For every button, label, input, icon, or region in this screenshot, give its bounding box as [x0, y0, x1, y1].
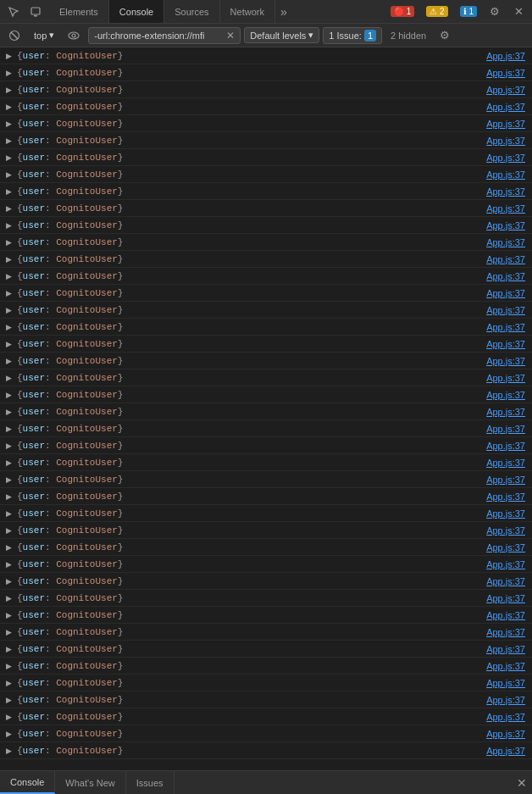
expand-icon[interactable]: ▶: [3, 458, 14, 468]
console-row-source[interactable]: App.js:37: [486, 525, 529, 536]
table-row[interactable]: ▶{user: CognitoUser}App.js:37: [0, 505, 532, 522]
console-row-source[interactable]: App.js:37: [486, 678, 529, 688]
expand-icon[interactable]: ▶: [3, 441, 14, 451]
expand-icon[interactable]: ▶: [3, 576, 14, 586]
expand-icon[interactable]: ▶: [3, 153, 14, 163]
table-row[interactable]: ▶{user: CognitoUser}App.js:37: [0, 675, 532, 691]
console-row-source[interactable]: App.js:37: [486, 559, 529, 569]
console-row-source[interactable]: App.js:37: [486, 712, 529, 722]
expand-icon[interactable]: ▶: [3, 68, 14, 78]
console-row-source[interactable]: App.js:37: [486, 153, 529, 163]
console-row-source[interactable]: App.js:37: [486, 136, 529, 146]
table-row[interactable]: ▶{user: CognitoUser}App.js:37: [0, 268, 532, 285]
console-row-source[interactable]: App.js:37: [486, 68, 529, 78]
url-filter-input[interactable]: -url:chrome-extension://mfi ✕: [88, 27, 241, 44]
expand-icon[interactable]: ▶: [3, 85, 14, 95]
table-row[interactable]: ▶{user: CognitoUser}App.js:37: [0, 742, 532, 759]
expand-icon[interactable]: ▶: [3, 746, 14, 756]
bottom-tab-console[interactable]: Console: [0, 771, 55, 794]
expand-icon[interactable]: ▶: [3, 695, 14, 705]
table-row[interactable]: ▶{user: CognitoUser}App.js:37: [0, 115, 532, 132]
console-row-source[interactable]: App.js:37: [486, 644, 529, 654]
more-tabs-icon[interactable]: »: [275, 0, 292, 23]
console-row-source[interactable]: App.js:37: [486, 254, 529, 264]
table-row[interactable]: ▶{user: CognitoUser}App.js:37: [0, 590, 532, 607]
table-row[interactable]: ▶{user: CognitoUser}App.js:37: [0, 369, 532, 386]
table-row[interactable]: ▶{user: CognitoUser}App.js:37: [0, 81, 532, 98]
expand-icon[interactable]: ▶: [3, 678, 14, 688]
expand-icon[interactable]: ▶: [3, 322, 14, 332]
table-row[interactable]: ▶{user: CognitoUser}App.js:37: [0, 132, 532, 149]
expand-icon[interactable]: ▶: [3, 51, 14, 61]
console-settings-icon[interactable]: ⚙: [435, 25, 455, 46]
console-row-source[interactable]: App.js:37: [486, 339, 529, 349]
filter-context-btn[interactable]: top ▾: [29, 28, 59, 42]
table-row[interactable]: ▶{user: CognitoUser}App.js:37: [0, 166, 532, 183]
table-row[interactable]: ▶{user: CognitoUser}App.js:37: [0, 336, 532, 353]
table-row[interactable]: ▶{user: CognitoUser}App.js:37: [0, 437, 532, 454]
expand-icon[interactable]: ▶: [3, 339, 14, 349]
table-row[interactable]: ▶{user: CognitoUser}App.js:37: [0, 251, 532, 268]
console-row-source[interactable]: App.js:37: [486, 186, 529, 197]
console-row-source[interactable]: App.js:37: [486, 390, 529, 400]
table-row[interactable]: ▶{user: CognitoUser}App.js:37: [0, 641, 532, 658]
tab-network[interactable]: Network: [220, 0, 275, 23]
console-row-source[interactable]: App.js:37: [486, 356, 529, 366]
tab-console[interactable]: Console: [109, 0, 164, 23]
console-row-source[interactable]: App.js:37: [486, 373, 529, 383]
expand-icon[interactable]: ▶: [3, 373, 14, 383]
console-row-source[interactable]: App.js:37: [486, 475, 529, 485]
table-row[interactable]: ▶{user: CognitoUser}App.js:37: [0, 403, 532, 420]
table-row[interactable]: ▶{user: CognitoUser}App.js:37: [0, 471, 532, 488]
console-row-source[interactable]: App.js:37: [486, 51, 529, 61]
table-row[interactable]: ▶{user: CognitoUser}App.js:37: [0, 420, 532, 437]
expand-icon[interactable]: ▶: [3, 627, 14, 637]
console-row-source[interactable]: App.js:37: [486, 203, 529, 214]
table-row[interactable]: ▶{user: CognitoUser}App.js:37: [0, 183, 532, 200]
expand-icon[interactable]: ▶: [3, 271, 14, 281]
table-row[interactable]: ▶{user: CognitoUser}App.js:37: [0, 386, 532, 403]
expand-icon[interactable]: ▶: [3, 356, 14, 366]
table-row[interactable]: ▶{user: CognitoUser}App.js:37: [0, 522, 532, 539]
table-row[interactable]: ▶{user: CognitoUser}App.js:37: [0, 302, 532, 319]
clear-console-btn[interactable]: [3, 28, 25, 43]
table-row[interactable]: ▶{user: CognitoUser}App.js:37: [0, 539, 532, 556]
console-row-source[interactable]: App.js:37: [486, 576, 529, 586]
issue-btn[interactable]: 1 Issue: 1: [323, 27, 382, 44]
table-row[interactable]: ▶{user: CognitoUser}App.js:37: [0, 64, 532, 81]
console-row-source[interactable]: App.js:37: [486, 169, 529, 180]
close-icon[interactable]: ✕: [508, 2, 529, 22]
expand-icon[interactable]: ▶: [3, 593, 14, 603]
tab-elements[interactable]: Elements: [49, 0, 109, 23]
info-badge-btn[interactable]: ℹ 1: [456, 4, 481, 19]
bottom-tab-whats-new[interactable]: What's New: [55, 771, 125, 794]
expand-icon[interactable]: ▶: [3, 288, 14, 298]
console-row-source[interactable]: App.js:37: [486, 491, 529, 502]
expand-icon[interactable]: ▶: [3, 102, 14, 112]
table-row[interactable]: ▶{user: CognitoUser}App.js:37: [0, 454, 532, 471]
expand-icon[interactable]: ▶: [3, 542, 14, 552]
console-row-source[interactable]: App.js:37: [486, 441, 529, 451]
console-row-source[interactable]: App.js:37: [486, 695, 529, 705]
bottom-tab-issues[interactable]: Issues: [126, 771, 175, 794]
console-row-source[interactable]: App.js:37: [486, 610, 529, 620]
console-row-source[interactable]: App.js:37: [486, 407, 529, 417]
expand-icon[interactable]: ▶: [3, 424, 14, 434]
table-row[interactable]: ▶{user: CognitoUser}App.js:37: [0, 285, 532, 302]
expand-icon[interactable]: ▶: [3, 610, 14, 620]
warning-badge-btn[interactable]: ⚠ 2: [422, 4, 452, 19]
console-row-source[interactable]: App.js:37: [486, 424, 529, 434]
table-row[interactable]: ▶{user: CognitoUser}App.js:37: [0, 488, 532, 505]
console-row-source[interactable]: App.js:37: [486, 661, 529, 671]
expand-icon[interactable]: ▶: [3, 559, 14, 569]
table-row[interactable]: ▶{user: CognitoUser}App.js:37: [0, 708, 532, 725]
expand-icon[interactable]: ▶: [3, 119, 14, 129]
settings-icon[interactable]: ⚙: [485, 2, 505, 22]
url-filter-close-icon[interactable]: ✕: [226, 30, 235, 42]
expand-icon[interactable]: ▶: [3, 508, 14, 519]
table-row[interactable]: ▶{user: CognitoUser}App.js:37: [0, 234, 532, 251]
expand-icon[interactable]: ▶: [3, 661, 14, 671]
console-row-source[interactable]: App.js:37: [486, 458, 529, 468]
table-row[interactable]: ▶{user: CognitoUser}App.js:37: [0, 573, 532, 590]
table-row[interactable]: ▶{user: CognitoUser}App.js:37: [0, 47, 532, 64]
